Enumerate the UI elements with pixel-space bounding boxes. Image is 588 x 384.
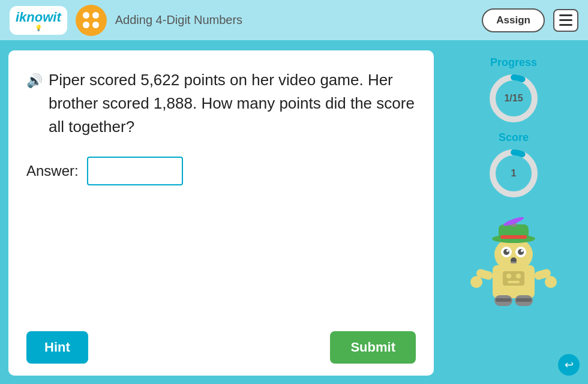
back-button[interactable]: ↩ [558,354,580,376]
dot-1 [83,12,89,19]
app-header: iknowit 💡 Adding 4-Digit Numbers Assign [0,0,588,42]
answer-label: Answer: [26,163,79,179]
main-content: 🔊 Piper scored 5,622 points on her video… [0,42,588,384]
bottom-bar: Hint Submit [26,331,416,364]
menu-line-1 [559,14,572,16]
answer-row: Answer: [26,157,416,185]
score-container: Score 1 [487,131,541,200]
svg-point-11 [521,250,523,252]
logo-text: iknowit [16,10,61,25]
progress-value: 1/15 [504,93,523,104]
assign-button[interactable]: Assign [482,8,545,32]
progress-label: Progress [490,56,537,69]
mascot [466,211,562,307]
svg-point-9 [518,249,524,255]
svg-point-10 [506,250,509,252]
question-text: 🔊 Piper scored 5,622 points on her video… [26,68,416,139]
menu-button[interactable] [553,9,578,32]
score-label: Score [499,131,529,144]
lesson-icon-dots [83,12,99,28]
svg-rect-22 [516,298,532,302]
svg-point-8 [503,249,509,255]
lesson-icon [76,5,107,36]
svg-rect-14 [500,235,527,239]
menu-line-3 [559,24,572,26]
svg-point-24 [506,274,511,278]
svg-point-17 [470,276,482,288]
question-panel: 🔊 Piper scored 5,622 points on her video… [8,50,434,376]
svg-rect-23 [503,271,524,286]
question-area: 🔊 Piper scored 5,622 points on her video… [26,68,416,325]
sound-icon[interactable]: 🔊 [26,71,43,91]
panel-divider [440,50,442,376]
hint-button[interactable]: Hint [26,331,88,364]
score-value: 1 [511,168,517,179]
svg-rect-26 [508,281,520,283]
score-ring: 1 [487,146,541,200]
lesson-title: Adding 4-Digit Numbers [115,13,474,27]
svg-point-18 [545,276,557,288]
logo-bulb: 💡 [16,25,61,31]
logo: iknowit 💡 [10,6,67,35]
svg-rect-13 [511,262,517,263]
svg-rect-21 [496,298,511,302]
dot-3 [83,22,89,28]
menu-line-2 [559,19,572,21]
mascot-svg [466,211,562,313]
progress-ring: 1/15 [487,71,541,125]
progress-container: Progress 1/15 [487,56,541,125]
svg-point-25 [516,274,521,278]
submit-button[interactable]: Submit [330,331,416,364]
question-body: Piper scored 5,622 points on her video g… [49,68,416,139]
answer-input[interactable] [87,157,183,185]
right-panel: Progress 1/15 Score 1 [448,50,580,376]
dot-4 [92,22,99,28]
dot-2 [92,12,99,19]
